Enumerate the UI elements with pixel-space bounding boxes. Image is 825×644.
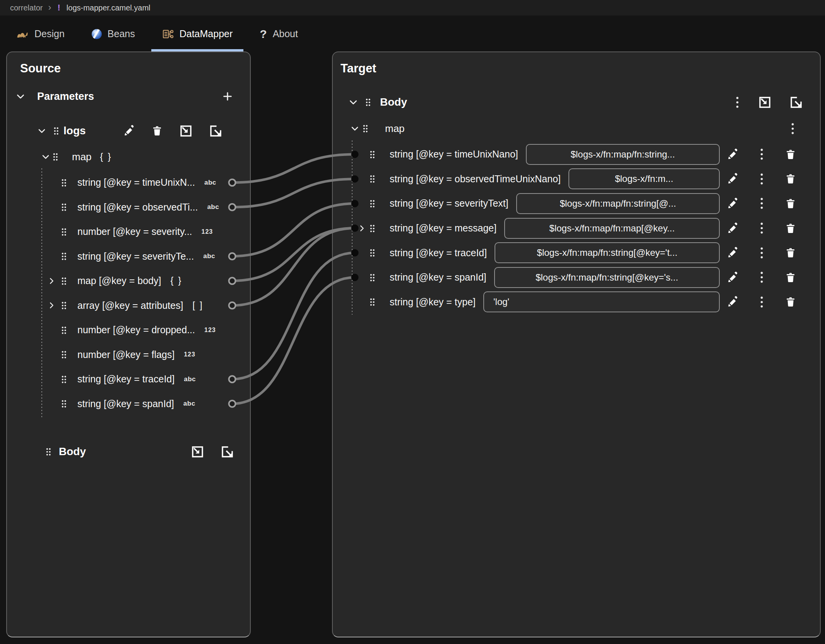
source-field-row[interactable]: array [@key = attributes] [ ]: [7, 293, 250, 318]
delete-mapping-button[interactable]: [785, 223, 796, 234]
chevron-right-icon[interactable]: [358, 224, 366, 233]
detach-schema-button[interactable]: [209, 125, 222, 137]
breadcrumb-project[interactable]: correlator: [10, 3, 43, 12]
delete-parameter-button[interactable]: [152, 125, 163, 137]
drag-handle-icon[interactable]: [363, 124, 368, 133]
kebab-menu-icon[interactable]: [790, 122, 795, 135]
target-body-row[interactable]: Body: [348, 91, 803, 113]
target-map-node[interactable]: map: [350, 118, 795, 139]
delete-mapping-button[interactable]: [785, 296, 796, 308]
chevron-down-icon[interactable]: [348, 97, 358, 107]
parameter-logs-row[interactable]: logs: [37, 120, 238, 142]
tab-label: Beans: [108, 28, 135, 39]
drag-handle-icon[interactable]: [370, 298, 375, 306]
expression-input[interactable]: $logs-x/fn:m...: [568, 168, 720, 189]
chevron-down-icon[interactable]: [15, 91, 26, 101]
tab-beans[interactable]: Beans: [81, 15, 146, 52]
parameters-header[interactable]: Parameters: [15, 86, 238, 106]
source-field-row[interactable]: string [@key = observedTi... abc: [7, 195, 250, 220]
drag-handle-icon[interactable]: [53, 152, 58, 161]
edit-expression-button[interactable]: [727, 272, 738, 283]
kebab-menu-icon[interactable]: [759, 247, 764, 259]
add-parameter-button[interactable]: [222, 91, 233, 102]
edit-expression-button[interactable]: [727, 173, 738, 185]
edit-expression-button[interactable]: [727, 247, 738, 259]
target-field-row[interactable]: string [@key = spanId] $logs-x/fn:map/fn…: [333, 265, 820, 290]
edit-parameter-button[interactable]: [123, 125, 135, 137]
kebab-menu-icon[interactable]: [759, 222, 764, 235]
kebab-menu-icon[interactable]: [759, 296, 764, 308]
target-field-row[interactable]: string [@key = traceId] $logs-x/fn:map/f…: [333, 240, 820, 265]
source-field-row[interactable]: map [@key = body] { }: [7, 269, 250, 293]
kebab-menu-icon[interactable]: [759, 173, 764, 185]
drag-handle-icon[interactable]: [61, 252, 67, 260]
expression-input[interactable]: $logs-x/fn:map/fn:string[@...: [516, 193, 720, 214]
source-field-row[interactable]: string [@key = traceId] abc: [7, 367, 250, 392]
chevron-right-icon[interactable]: [47, 301, 56, 310]
source-field-row[interactable]: string [@key = spanId] abc: [7, 392, 250, 416]
source-map-node[interactable]: map { }: [41, 148, 112, 165]
edit-expression-button[interactable]: [727, 223, 738, 234]
drag-handle-icon[interactable]: [61, 399, 67, 408]
expression-input[interactable]: $logs-x/fn:map/fn:map[@key...: [504, 218, 720, 239]
delete-mapping-button[interactable]: [785, 272, 796, 283]
delete-mapping-button[interactable]: [785, 149, 796, 160]
target-field-row[interactable]: string [@key = type] 'log': [333, 290, 820, 315]
expression-input[interactable]: $logs-x/fn:map/fn:string[@key='s...: [494, 267, 720, 288]
chevron-right-icon[interactable]: [47, 277, 56, 285]
drag-handle-icon[interactable]: [370, 273, 375, 282]
drag-handle-icon[interactable]: [370, 175, 375, 183]
drag-handle-icon[interactable]: [370, 248, 375, 257]
camel-icon: [16, 29, 29, 39]
import-schema-button[interactable]: [191, 445, 204, 458]
kebab-menu-icon[interactable]: [759, 148, 764, 161]
target-field-row[interactable]: string [@key = timeUnixNano] $logs-x/fn:…: [333, 142, 820, 167]
drag-handle-icon[interactable]: [370, 224, 375, 233]
drag-handle-icon[interactable]: [61, 375, 67, 384]
source-field-row[interactable]: string [@key = severityTe... abc: [7, 244, 250, 269]
delete-mapping-button[interactable]: [785, 198, 796, 209]
edit-expression-button[interactable]: [727, 198, 738, 209]
breadcrumb-file[interactable]: logs-mapper.camel.yaml: [67, 3, 151, 12]
tab-about[interactable]: ? About: [249, 15, 309, 52]
import-schema-button[interactable]: [180, 125, 192, 137]
target-field-row[interactable]: string [@key = severityText] $logs-x/fn:…: [333, 191, 820, 216]
source-field-row[interactable]: string [@key = timeUnixN... abc: [7, 170, 250, 195]
target-field-row[interactable]: string [@key = observedTimeUnixNano] $lo…: [333, 167, 820, 192]
kebab-menu-icon[interactable]: [735, 96, 740, 109]
expression-input[interactable]: 'log': [483, 291, 720, 312]
source-field-row[interactable]: number [@key = severity... 123: [7, 219, 250, 244]
target-field-row[interactable]: string [@key = message] $logs-x/fn:map/f…: [333, 216, 820, 241]
edit-expression-button[interactable]: [727, 296, 738, 308]
import-schema-button[interactable]: [758, 96, 771, 109]
chevron-down-icon[interactable]: [350, 124, 359, 133]
expression-input[interactable]: $logs-x/fn:map/fn:string[@key='t...: [495, 242, 720, 263]
detach-schema-button[interactable]: [221, 445, 234, 458]
drag-handle-icon[interactable]: [370, 150, 375, 159]
chevron-down-icon[interactable]: [41, 152, 50, 161]
drag-handle-icon[interactable]: [61, 350, 67, 359]
detach-schema-button[interactable]: [790, 96, 803, 109]
tab-datamapper[interactable]: DataMapper: [151, 15, 244, 52]
drag-handle-icon[interactable]: [370, 199, 375, 208]
tab-design[interactable]: Design: [5, 15, 75, 52]
source-field-row[interactable]: number [@key = dropped... 123: [7, 318, 250, 343]
drag-handle-icon[interactable]: [61, 228, 67, 236]
kebab-menu-icon[interactable]: [759, 271, 764, 284]
source-body-section[interactable]: Body: [46, 441, 234, 462]
kebab-menu-icon[interactable]: [759, 197, 764, 210]
drag-handle-icon[interactable]: [61, 326, 67, 334]
edit-expression-button[interactable]: [727, 149, 738, 160]
drag-handle-icon[interactable]: [53, 127, 59, 135]
drag-handle-icon[interactable]: [61, 178, 67, 187]
chevron-down-icon[interactable]: [37, 126, 46, 135]
delete-mapping-button[interactable]: [785, 173, 796, 185]
source-field-row[interactable]: number [@key = flags] 123: [7, 343, 250, 367]
drag-handle-icon[interactable]: [61, 203, 67, 211]
drag-handle-icon[interactable]: [61, 301, 67, 310]
delete-mapping-button[interactable]: [785, 247, 796, 259]
drag-handle-icon[interactable]: [46, 447, 51, 456]
drag-handle-icon[interactable]: [61, 277, 67, 285]
drag-handle-icon[interactable]: [365, 98, 371, 106]
expression-input[interactable]: $logs-x/fn:map/fn:string...: [526, 144, 720, 165]
